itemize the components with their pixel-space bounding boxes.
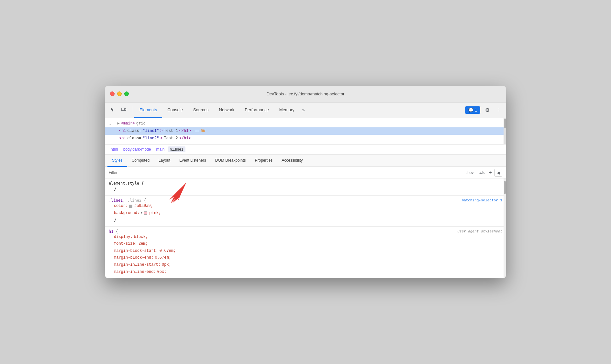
toolbar-icons (107, 105, 129, 115)
comment-count: 1 (475, 108, 477, 112)
line1-line2-source[interactable]: matching-selector:1 (462, 198, 502, 202)
prop-mis-value: 0px; (162, 262, 171, 269)
cls-button[interactable]: .cls (477, 170, 486, 176)
hov-button[interactable]: :hov (465, 170, 475, 176)
device-toggle-btn[interactable] (118, 105, 129, 115)
filter-bar: :hov .cls + ◀ (105, 167, 506, 178)
dom-main-text: grid (136, 121, 146, 127)
h1-open-brace: { (116, 229, 118, 234)
prop-background-name: background: (114, 210, 139, 217)
selector-line2: .line2 (128, 198, 141, 203)
main-scroll-thumb (504, 181, 506, 194)
prop-mbe-name: margin-block-end: (114, 254, 153, 262)
toggle-sidebar-button[interactable]: ◀ (494, 169, 502, 177)
dom-tag-main: ▶ (117, 121, 120, 127)
dom-main-open: <main> (121, 121, 135, 127)
add-style-button[interactable]: + (488, 170, 492, 176)
more-options-button[interactable]: ⋮ (494, 105, 504, 114)
tab-console[interactable]: Console (162, 102, 188, 118)
dom-h1-line2-close: </h1> (179, 135, 191, 142)
more-tabs-btn[interactable]: » (300, 107, 307, 112)
style-block-line1-line2: .line1, .line2 { matching-selector:1 col… (105, 196, 506, 227)
breadcrumb-bar: html body.dark-mode main h1.line1 (105, 145, 506, 155)
prop-font-size-name: font-size: (114, 241, 137, 248)
element-style-close: } (109, 186, 502, 193)
line1-line2-close-brace: } (114, 217, 116, 224)
h1-source: user agent stylesheet (457, 230, 502, 233)
prop-background: background: ▶ pink; (109, 210, 502, 217)
close-button[interactable] (110, 91, 115, 96)
inspector-icon-btn[interactable] (107, 105, 118, 115)
tab-sources[interactable]: Sources (188, 102, 214, 118)
title-bar: DevTools - jec.fyi/demo/matching-selecto… (105, 86, 506, 102)
main-scrollbar[interactable] (504, 178, 506, 278)
expand-arrow-icon[interactable]: ▶ (141, 210, 143, 216)
dom-dollar: $0 (201, 128, 205, 134)
filter-input[interactable] (109, 170, 465, 175)
prop-margin-block-start: margin-block-start: 0.67em; (109, 248, 502, 255)
toolbar-tabs: Elements Console Sources Network Perform… (134, 102, 465, 118)
dom-equals: == (195, 128, 199, 134)
line1-line2-selector: .line1, .line2 { (109, 198, 146, 203)
subtab-event-listeners[interactable]: Event Listeners (175, 155, 211, 167)
breadcrumb-html[interactable]: html (109, 146, 120, 152)
comment-button[interactable]: 💬 1 (465, 106, 480, 114)
element-style-close-brace: } (114, 186, 116, 193)
element-style-selector-line: element.style { (109, 181, 502, 186)
prop-mis-name: margin-inline-start: (114, 262, 161, 269)
dom-row-main[interactable]: … ▶ <main> grid (105, 120, 506, 127)
prop-display-name: display: (114, 234, 133, 241)
prop-margin-inline-end: margin-inline-end: 0px; (109, 269, 502, 276)
line1-line2-close: } (109, 217, 502, 224)
maximize-button[interactable] (124, 91, 129, 96)
prop-color-name: color: (114, 203, 128, 210)
h1-selector-line: h1 { user agent stylesheet (109, 229, 502, 234)
sub-tabs-bar: Styles Computed Layout Event Listeners D… (105, 155, 506, 167)
svg-rect-1 (125, 109, 126, 111)
dom-class2-attr-name: class= (128, 135, 141, 142)
tab-performance[interactable]: Performance (239, 102, 274, 118)
prop-font-size-value: 2em; (139, 241, 148, 248)
toolbar-right: 💬 1 ⚙ ⋮ (465, 105, 504, 114)
color-swatch-gray[interactable] (129, 205, 132, 208)
dom-h1-close: </h1> (179, 128, 191, 134)
tab-memory[interactable]: Memory (274, 102, 300, 118)
prop-display: display: block; (109, 234, 502, 241)
subtab-styles[interactable]: Styles (107, 155, 127, 167)
subtab-layout[interactable]: Layout (154, 155, 175, 167)
comment-icon: 💬 (468, 108, 473, 112)
settings-button[interactable]: ⚙ (483, 105, 492, 114)
prop-font-size: font-size: 2em; (109, 241, 502, 248)
breadcrumb-main[interactable]: main (154, 146, 167, 152)
dom-h1-text: Test 1 (164, 128, 178, 134)
prop-color-value: #a9a9a9; (134, 203, 153, 210)
prop-color: color: #a9a9a9; (109, 203, 502, 210)
line1-line2-selector-line: .line1, .line2 { matching-selector:1 (109, 198, 502, 203)
dom-scroll-thumb (504, 119, 506, 128)
h1-selector: h1 { (109, 229, 118, 234)
subtab-dom-breakpoints[interactable]: DOM Breakpoints (211, 155, 250, 167)
dom-h1-line2-text: Test 2 (164, 135, 178, 142)
breadcrumb-h1[interactable]: h1.line1 (168, 146, 185, 152)
prop-mbs-name: margin-block-start: (114, 248, 158, 255)
prop-display-value: block; (134, 234, 148, 241)
dom-row-h1-line1[interactable]: <h1 class="line1">Test 1</h1> == $0 (105, 127, 506, 135)
color-swatch-pink[interactable] (144, 211, 147, 215)
breadcrumb-body[interactable]: body.dark-mode (121, 146, 153, 152)
subtab-computed[interactable]: Computed (127, 155, 154, 167)
dom-panel: … ▶ <main> grid <h1 class="line1">Test 1… (105, 118, 506, 145)
dom-scrollbar[interactable] (504, 118, 506, 145)
subtab-accessibility[interactable]: Accessibility (277, 155, 307, 167)
tab-elements[interactable]: Elements (134, 102, 162, 118)
subtab-properties[interactable]: Properties (250, 155, 277, 167)
dom-class2-value: "line2" (143, 135, 159, 142)
toolbar-divider (133, 106, 133, 114)
prop-background-value: pink; (149, 210, 161, 217)
minimize-button[interactable] (117, 91, 122, 96)
tab-network[interactable]: Network (214, 102, 240, 118)
prop-mie-value: 0px; (157, 269, 167, 276)
window-title: DevTools - jec.fyi/demo/matching-selecto… (267, 91, 345, 96)
device-icon (121, 107, 126, 112)
dom-row-h1-line2[interactable]: <h1 class="line2">Test 2</h1> (105, 135, 506, 142)
prop-margin-block-end: margin-block-end: 0.67em; (109, 254, 502, 262)
